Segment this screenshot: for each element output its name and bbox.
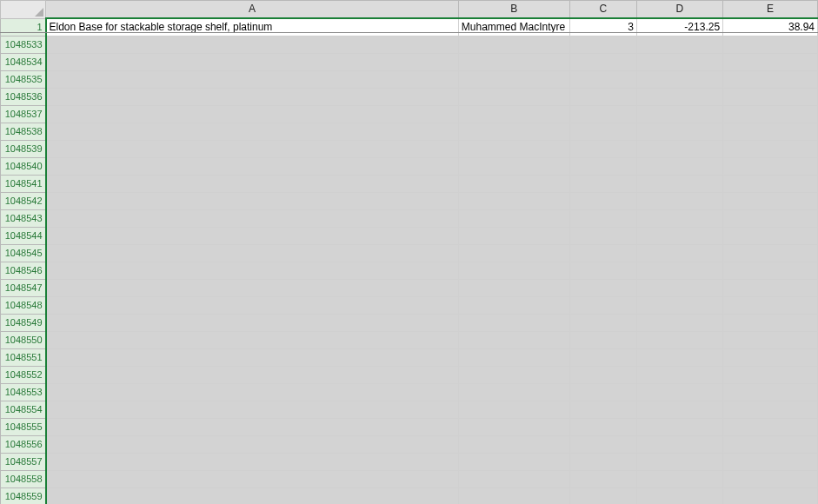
cell-D1048541[interactable] — [636, 176, 722, 193]
cell-C1048540[interactable] — [569, 158, 636, 176]
cell-E1048549[interactable] — [723, 315, 818, 332]
cell-E1048541[interactable] — [723, 176, 818, 193]
cell-B1048546[interactable] — [458, 262, 569, 280]
cell-A1048558[interactable] — [46, 471, 459, 488]
select-all-corner[interactable] — [1, 1, 46, 19]
cell-B1048558[interactable] — [458, 471, 569, 488]
row-header[interactable]: 1048539 — [1, 141, 46, 158]
cell-B1048556[interactable] — [458, 436, 569, 454]
cell-E1048533[interactable] — [723, 36, 818, 54]
row-header[interactable]: 1048545 — [1, 245, 46, 262]
cell-D1048537[interactable] — [636, 106, 722, 123]
cell-D1048544[interactable] — [636, 228, 722, 245]
cell-B1048537[interactable] — [458, 106, 569, 123]
cell-D1048558[interactable] — [636, 471, 722, 488]
cell-A1048552[interactable] — [46, 367, 459, 384]
cell-A1048538[interactable] — [46, 123, 459, 141]
cell-A1048539[interactable] — [46, 141, 459, 158]
cell-A1048553[interactable] — [46, 384, 459, 401]
cell-D1048538[interactable] — [636, 123, 722, 141]
row-header[interactable]: 1048548 — [1, 297, 46, 315]
cell-E1048542[interactable] — [723, 193, 818, 210]
cell-C1048552[interactable] — [569, 367, 636, 384]
row-header[interactable]: 1048544 — [1, 228, 46, 245]
row-header[interactable]: 1048543 — [1, 210, 46, 228]
cell-D1048539[interactable] — [636, 141, 722, 158]
cell-E1048552[interactable] — [723, 367, 818, 384]
cell-C1048546[interactable] — [569, 262, 636, 280]
cell-B1048540[interactable] — [458, 158, 569, 176]
cell-C1048547[interactable] — [569, 280, 636, 297]
cell-D1048557[interactable] — [636, 454, 722, 471]
cell-B1048547[interactable] — [458, 280, 569, 297]
cell-E1048536[interactable] — [723, 89, 818, 106]
cell-E1048534[interactable] — [723, 54, 818, 71]
cell-C1048534[interactable] — [569, 54, 636, 71]
cell-B1048550[interactable] — [458, 332, 569, 349]
cell-C1048537[interactable] — [569, 106, 636, 123]
cell-E1048539[interactable] — [723, 141, 818, 158]
cell-C1048543[interactable] — [569, 210, 636, 228]
row-header[interactable]: 1048556 — [1, 436, 46, 454]
row-header[interactable]: 1048535 — [1, 71, 46, 89]
cell-A1048549[interactable] — [46, 315, 459, 332]
row-header[interactable]: 1048554 — [1, 401, 46, 419]
cell-E1048546[interactable] — [723, 262, 818, 280]
cell-B1048552[interactable] — [458, 367, 569, 384]
row-header[interactable]: 1048549 — [1, 315, 46, 332]
cell-A1048544[interactable] — [46, 228, 459, 245]
cell-C1048542[interactable] — [569, 193, 636, 210]
cell-B1048533[interactable] — [458, 36, 569, 54]
cell-C1048551[interactable] — [569, 349, 636, 367]
cell-A1048541[interactable] — [46, 176, 459, 193]
cell-C1048548[interactable] — [569, 297, 636, 315]
cell-A1048536[interactable] — [46, 89, 459, 106]
cell-D1048553[interactable] — [636, 384, 722, 401]
row-header[interactable]: 1048547 — [1, 280, 46, 297]
cell-C1048549[interactable] — [569, 315, 636, 332]
cell-E1048558[interactable] — [723, 471, 818, 488]
cell-A1048547[interactable] — [46, 280, 459, 297]
cell-D1048552[interactable] — [636, 367, 722, 384]
row-header[interactable]: 1048559 — [1, 488, 46, 505]
cell-B1048542[interactable] — [458, 193, 569, 210]
cell-B1[interactable]: Muhammed MacIntyre — [458, 18, 569, 36]
cell-C1048541[interactable] — [569, 176, 636, 193]
cell-E1048559[interactable] — [723, 488, 818, 505]
cell-D1048559[interactable] — [636, 488, 722, 505]
cell-A1048559[interactable] — [46, 488, 459, 505]
row-header[interactable]: 1048558 — [1, 471, 46, 488]
cell-C1048555[interactable] — [569, 419, 636, 436]
cell-D1048533[interactable] — [636, 36, 722, 54]
row-header[interactable]: 1048533 — [1, 36, 46, 54]
cell-D1048551[interactable] — [636, 349, 722, 367]
cell-D1048540[interactable] — [636, 158, 722, 176]
cell-C1048539[interactable] — [569, 141, 636, 158]
cell-A1048534[interactable] — [46, 54, 459, 71]
cell-B1048548[interactable] — [458, 297, 569, 315]
cell-A1048550[interactable] — [46, 332, 459, 349]
cell-A1048533[interactable] — [46, 36, 459, 54]
row-header[interactable]: 1048540 — [1, 158, 46, 176]
row-header-1[interactable]: 1 — [1, 18, 46, 36]
cell-A1048540[interactable] — [46, 158, 459, 176]
row-header[interactable]: 1048552 — [1, 367, 46, 384]
column-header-C[interactable]: C — [569, 1, 636, 19]
row-header[interactable]: 1048550 — [1, 332, 46, 349]
cell-A1048554[interactable] — [46, 401, 459, 419]
cell-D1048545[interactable] — [636, 245, 722, 262]
cell-C1048559[interactable] — [569, 488, 636, 505]
cell-E1048551[interactable] — [723, 349, 818, 367]
row-header[interactable]: 1048537 — [1, 106, 46, 123]
cell-D1048536[interactable] — [636, 89, 722, 106]
row-header[interactable]: 1048541 — [1, 176, 46, 193]
cell-B1048539[interactable] — [458, 141, 569, 158]
column-header-E[interactable]: E — [723, 1, 818, 19]
cell-C1048553[interactable] — [569, 384, 636, 401]
cell-E1048557[interactable] — [723, 454, 818, 471]
row-header[interactable]: 1048536 — [1, 89, 46, 106]
cell-B1048557[interactable] — [458, 454, 569, 471]
column-header-B[interactable]: B — [458, 1, 569, 19]
row-header[interactable]: 1048546 — [1, 262, 46, 280]
cell-E1048547[interactable] — [723, 280, 818, 297]
